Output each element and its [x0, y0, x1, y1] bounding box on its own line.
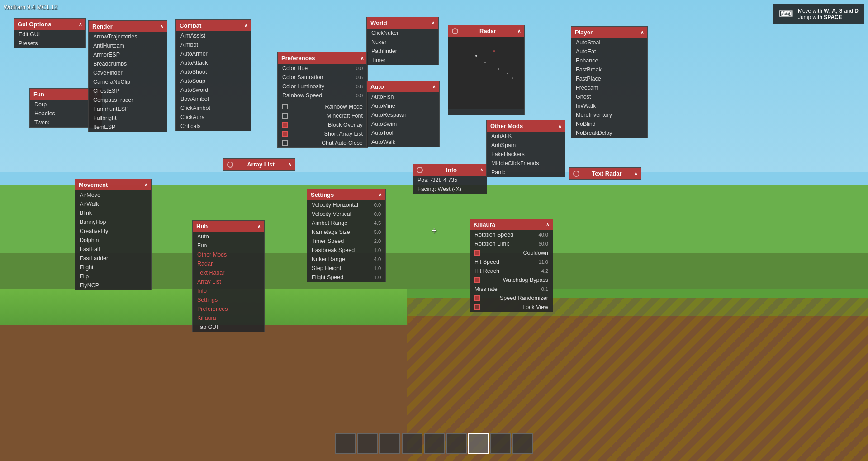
automine-item[interactable]: AutoMine: [367, 101, 439, 110]
settings-header[interactable]: Settings ∧: [307, 189, 385, 200]
watchdog-bypass-checkbox[interactable]: [474, 277, 480, 283]
airwalk-item[interactable]: AirWalk: [75, 200, 151, 209]
movement-chevron[interactable]: ∧: [144, 182, 147, 187]
middleclick-item[interactable]: MiddleClickFriends: [487, 159, 565, 168]
combat-chevron[interactable]: ∧: [244, 23, 247, 28]
info-circle[interactable]: [417, 167, 423, 173]
other-mods-chevron[interactable]: ∧: [558, 124, 561, 128]
rainbow-speed-item[interactable]: Rainbow Speed 0.0: [278, 91, 367, 100]
autoattack-item[interactable]: AutoAttack: [176, 58, 251, 67]
hit-reach-item[interactable]: Hit Reach 4.2: [470, 266, 553, 276]
chat-auto-close-checkbox[interactable]: [282, 140, 288, 146]
speed-randomizer-item[interactable]: Speed Randomizer: [470, 294, 553, 303]
color-saturation-item[interactable]: Color Saturation 0.6: [278, 73, 367, 82]
hotbar-slot-3[interactable]: [379, 433, 400, 454]
lock-view-checkbox[interactable]: [474, 304, 480, 310]
movement-header[interactable]: Movement ∧: [75, 179, 151, 190]
flyncp-item[interactable]: FlyNCP: [75, 281, 151, 290]
autoeat-item[interactable]: AutoEat: [571, 47, 647, 56]
noblind-item[interactable]: NoBlind: [571, 119, 647, 128]
criticals-item[interactable]: Criticals: [176, 122, 251, 131]
fastladder-item[interactable]: FastLadder: [75, 254, 151, 263]
info-chevron[interactable]: ∧: [480, 167, 483, 172]
autofish-item[interactable]: AutoFish: [367, 92, 439, 101]
freecam-item[interactable]: Freecam: [571, 83, 647, 92]
flight-speed-item[interactable]: Flight Speed 1.0: [307, 273, 385, 282]
hub-settings-item[interactable]: Settings: [193, 295, 264, 304]
chestesp-item[interactable]: ChestESP: [89, 86, 167, 95]
bunnyhop-item[interactable]: BunnyHop: [75, 218, 151, 227]
armoresp-item[interactable]: ArmorESP: [89, 50, 167, 59]
enhance-item[interactable]: Enhance: [571, 56, 647, 65]
player-chevron[interactable]: ∧: [640, 30, 644, 35]
autowalk-item[interactable]: AutoWalk: [367, 138, 439, 147]
rainbow-mode-item[interactable]: Rainbow Mode: [278, 102, 367, 111]
block-overlay-item[interactable]: Block Overlay: [278, 120, 367, 129]
nobreakdelay-item[interactable]: NoBreakDelay: [571, 128, 647, 138]
fastbreak-item[interactable]: FastBreak: [571, 65, 647, 74]
hotbar-slot-1[interactable]: [335, 433, 356, 454]
speed-randomizer-checkbox[interactable]: [474, 295, 480, 301]
text-radar-chevron[interactable]: ∧: [634, 171, 637, 176]
panic-item[interactable]: Panic: [487, 168, 565, 177]
airmove-item[interactable]: AirMove: [75, 190, 151, 200]
creativefly-item[interactable]: CreativeFly: [75, 227, 151, 236]
breadcrumbs-item[interactable]: Breadcrumbs: [89, 59, 167, 68]
cooldown-checkbox[interactable]: [474, 250, 480, 256]
short-array-list-item[interactable]: Short Array List: [278, 129, 367, 138]
block-overlay-checkbox[interactable]: [282, 122, 288, 128]
cooldown-item[interactable]: Cooldown: [470, 248, 553, 257]
short-array-checkbox[interactable]: [282, 131, 288, 137]
world-header[interactable]: World ∧: [367, 17, 438, 29]
velocity-h-item[interactable]: Velocity Horizontal 0.0: [307, 200, 385, 209]
dolphin-item[interactable]: Dolphin: [75, 236, 151, 245]
flip-item[interactable]: Flip: [75, 272, 151, 281]
timer-speed-item[interactable]: Timer Speed 2.0: [307, 237, 385, 246]
aimassist-item[interactable]: AimAssist: [176, 31, 251, 40]
radar-circle[interactable]: [452, 28, 458, 34]
antihurtcam-item[interactable]: AntiHurtcam: [89, 41, 167, 50]
watchdog-bypass-item[interactable]: Watchdog Bypass: [470, 276, 553, 285]
chat-auto-close-item[interactable]: Chat Auto-Close: [278, 138, 367, 147]
edit-gui-item[interactable]: Edit GUI: [14, 30, 85, 39]
nuker-item[interactable]: Nuker: [367, 38, 438, 47]
autosword-item[interactable]: AutoSword: [176, 86, 251, 95]
blink-item[interactable]: Blink: [75, 209, 151, 218]
hotbar-slot-4[interactable]: [402, 433, 422, 454]
hotbar-slot-6[interactable]: [446, 433, 467, 454]
settings-chevron[interactable]: ∧: [379, 192, 382, 197]
arrow-traj-item[interactable]: ArrowTrajectories: [89, 32, 167, 41]
text-radar-circle[interactable]: [573, 171, 579, 177]
hub-textradar-item[interactable]: Text Radar: [193, 268, 264, 277]
hub-killaura-item[interactable]: Killaura: [193, 314, 264, 323]
player-header[interactable]: Player ∧: [571, 27, 647, 38]
pathfinder-item[interactable]: Pathfinder: [367, 47, 438, 56]
step-height-item[interactable]: Step Height 1.0: [307, 264, 385, 273]
minecraft-font-checkbox[interactable]: [282, 113, 288, 119]
invwalk-item[interactable]: InvWalk: [571, 101, 647, 110]
clicknuker-item[interactable]: ClickNuker: [367, 29, 438, 38]
render-header[interactable]: Render ∧: [89, 21, 167, 32]
autoshoot-item[interactable]: AutoShoot: [176, 67, 251, 76]
auto-header[interactable]: Auto ∧: [367, 81, 439, 92]
radar-chevron[interactable]: ∧: [517, 29, 521, 33]
timer-item[interactable]: Timer: [367, 56, 438, 65]
aimbot-item[interactable]: Aimbot: [176, 40, 251, 49]
hub-fun-item[interactable]: Fun: [193, 241, 264, 250]
killaura-chevron[interactable]: ∧: [546, 222, 549, 227]
autosteal-item[interactable]: AutoSteal: [571, 38, 647, 47]
moreinventory-item[interactable]: MoreInventory: [571, 110, 647, 119]
hub-chevron[interactable]: ∧: [257, 224, 261, 229]
itemesp-item[interactable]: ItemESP: [89, 123, 167, 132]
hub-preferences-item[interactable]: Preferences: [193, 304, 264, 314]
rotation-limit-item[interactable]: Rotation Limit 60.0: [470, 239, 553, 248]
fakehackers-item[interactable]: FakeHackers: [487, 150, 565, 159]
array-list-circle[interactable]: [227, 162, 233, 168]
color-luminosity-item[interactable]: Color Luminosity 0.6: [278, 82, 367, 91]
hub-header[interactable]: Hub ∧: [193, 221, 264, 232]
antiafk-item[interactable]: AntiAFK: [487, 132, 565, 141]
array-list-chevron[interactable]: ∧: [288, 162, 291, 167]
fullbright-item[interactable]: Fullbright: [89, 114, 167, 123]
hub-tabgui-item[interactable]: Tab GUI: [193, 323, 264, 332]
gui-options-chevron[interactable]: ∧: [79, 22, 82, 27]
